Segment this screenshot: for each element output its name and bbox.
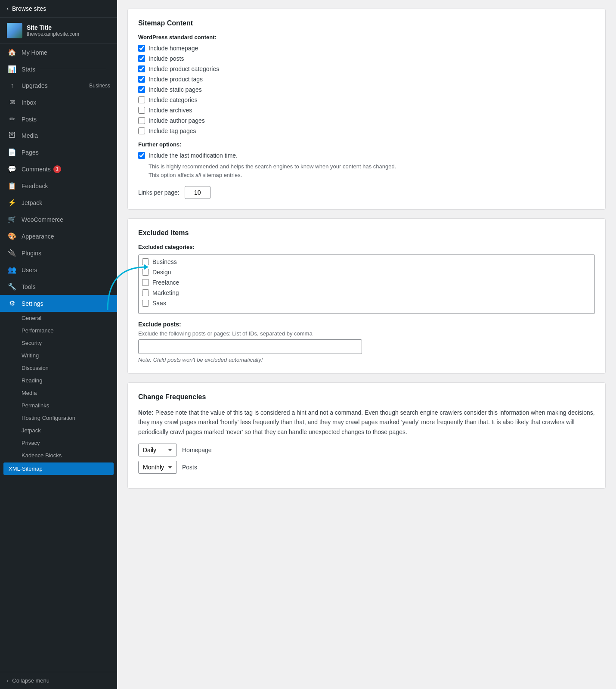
users-icon: 👥 xyxy=(7,266,17,274)
site-info[interactable]: Site Title thewpexamplesite.com xyxy=(0,18,117,44)
cat-saas-label: Saas xyxy=(152,300,166,307)
include-posts-checkbox[interactable] xyxy=(138,55,145,62)
homepage-frequency-select[interactable]: Always Hourly Daily Weekly Monthly Yearl… xyxy=(138,444,177,456)
submenu-item-discussion[interactable]: Discussion xyxy=(0,362,117,374)
sidebar-item-label: Inbox xyxy=(22,99,36,106)
change-frequencies-title: Change Frequencies xyxy=(138,393,595,401)
exclude-posts-input[interactable] xyxy=(138,339,362,354)
include-tag-pages-label: Include tag pages xyxy=(149,127,196,134)
checkbox-include-archives[interactable]: Include archives xyxy=(138,107,595,114)
checkbox-include-product-tags[interactable]: Include product tags xyxy=(138,76,595,83)
include-product-categories-label: Include product categories xyxy=(149,65,219,72)
include-author-pages-checkbox[interactable] xyxy=(138,117,145,124)
sidebar-item-jetpack[interactable]: ⚡ Jetpack xyxy=(0,194,117,211)
comments-badge: 1 xyxy=(53,165,61,173)
settings-icon: ⚙ xyxy=(7,299,17,307)
include-archives-checkbox[interactable] xyxy=(138,107,145,114)
sidebar-item-stats[interactable]: 📊 Stats xyxy=(0,61,117,78)
submenu-item-permalinks[interactable]: Permalinks xyxy=(0,399,117,412)
checkbox-include-author-pages[interactable]: Include author pages xyxy=(138,117,595,124)
checkbox-include-categories[interactable]: Include categories xyxy=(138,96,595,103)
submenu-item-media[interactable]: Media xyxy=(0,387,117,399)
sidebar-item-posts[interactable]: ✏ Posts xyxy=(0,111,117,127)
links-per-page-input[interactable]: 10 xyxy=(185,186,210,199)
cat-design[interactable]: Design xyxy=(142,269,591,276)
collapse-menu-button[interactable]: ‹ Collapse menu xyxy=(0,672,117,689)
posts-freq-label: Posts xyxy=(182,464,197,471)
sidebar-item-feedback[interactable]: 📋 Feedback xyxy=(0,177,117,194)
cat-marketing[interactable]: Marketing xyxy=(142,289,591,296)
frequency-note: Note: Please note that the value of this… xyxy=(138,408,595,437)
sidebar-item-label: Tools xyxy=(22,283,36,290)
cat-marketing-checkbox[interactable] xyxy=(142,289,149,296)
last-modification-checkbox[interactable] xyxy=(138,152,145,159)
sidebar-item-plugins[interactable]: 🔌 Plugins xyxy=(0,245,117,261)
cat-saas[interactable]: Saas xyxy=(142,300,591,307)
include-homepage-checkbox[interactable] xyxy=(138,45,145,52)
include-static-pages-checkbox[interactable] xyxy=(138,86,145,93)
submenu-item-hosting-config[interactable]: Hosting Configuration xyxy=(0,412,117,424)
checkbox-include-homepage[interactable]: Include homepage xyxy=(138,45,595,52)
site-name: Site Title xyxy=(27,24,79,31)
browse-sites-button[interactable]: ‹ Browse sites xyxy=(0,0,117,18)
sidebar-item-label: Plugins xyxy=(22,250,41,257)
sidebar-item-label: Jetpack xyxy=(22,199,42,206)
sidebar-item-inbox[interactable]: ✉ Inbox xyxy=(0,94,117,111)
last-modification-label: Include the last modification time. xyxy=(149,152,238,159)
submenu-item-reading[interactable]: Reading xyxy=(0,374,117,387)
cat-saas-checkbox[interactable] xyxy=(142,300,149,307)
include-tag-pages-checkbox[interactable] xyxy=(138,127,145,134)
sidebar-item-tools[interactable]: 🔧 Tools xyxy=(0,278,117,295)
media-icon: 🖼 xyxy=(7,132,17,140)
posts-frequency-row: Always Hourly Daily Weekly Monthly Yearl… xyxy=(138,461,595,474)
cat-design-checkbox[interactable] xyxy=(142,269,149,276)
include-product-tags-checkbox[interactable] xyxy=(138,76,145,83)
further-options-label: Further options: xyxy=(138,141,595,148)
checkbox-include-product-categories[interactable]: Include product categories xyxy=(138,65,595,72)
posts-frequency-select[interactable]: Always Hourly Daily Weekly Monthly Yearl… xyxy=(138,461,177,474)
cat-freelance[interactable]: Freelance xyxy=(142,279,591,286)
sidebar-item-users[interactable]: 👥 Users xyxy=(0,261,117,278)
submenu-item-kadence-blocks[interactable]: Kadence Blocks xyxy=(0,449,117,462)
cat-business[interactable]: Business xyxy=(142,258,591,265)
site-url: thewpexamplesite.com xyxy=(27,31,79,37)
change-frequencies-card: Change Frequencies Note: Please note tha… xyxy=(127,382,606,489)
include-author-pages-label: Include author pages xyxy=(149,117,205,124)
sidebar-item-label: Settings xyxy=(22,300,43,307)
categories-listbox[interactable]: Business Design Freelance Marketing Saas xyxy=(138,254,595,314)
submenu-item-performance[interactable]: Performance xyxy=(0,324,117,337)
sidebar-item-woocommerce[interactable]: 🛒 WooCommerce xyxy=(0,211,117,228)
collapse-menu-label: Collapse menu xyxy=(12,677,50,684)
include-product-categories-checkbox[interactable] xyxy=(138,65,145,72)
sidebar-item-my-home[interactable]: 🏠 My Home xyxy=(0,44,117,61)
include-categories-checkbox[interactable] xyxy=(138,96,145,103)
cat-business-checkbox[interactable] xyxy=(142,258,149,265)
sidebar-item-label: Pages xyxy=(22,149,39,156)
cat-freelance-checkbox[interactable] xyxy=(142,279,149,286)
sidebar-item-pages[interactable]: 📄 Pages xyxy=(0,144,117,161)
links-per-page-label: Links per page: xyxy=(138,189,180,196)
submenu-item-privacy[interactable]: Privacy xyxy=(0,437,117,449)
homepage-frequency-row: Always Hourly Daily Weekly Monthly Yearl… xyxy=(138,444,595,456)
submenu-item-xml-sitemap[interactable]: XML-Sitemap xyxy=(3,462,114,475)
sidebar-item-media[interactable]: 🖼 Media xyxy=(0,127,117,144)
submenu-item-security[interactable]: Security xyxy=(0,337,117,349)
stats-icon: 📊 xyxy=(7,65,17,73)
submenu-item-jetpack[interactable]: Jetpack xyxy=(0,424,117,437)
sidebar-item-appearance[interactable]: 🎨 Appearance xyxy=(0,228,117,245)
sidebar-item-comments[interactable]: 💬 Comments 1 xyxy=(0,161,117,177)
links-per-page-row: Links per page: 10 xyxy=(138,186,595,199)
sidebar-item-settings[interactable]: ⚙ Settings xyxy=(0,295,117,312)
submenu-item-general[interactable]: General xyxy=(0,312,117,324)
further-note-line1: This is highly recommended and helps the… xyxy=(149,162,595,179)
submenu-item-writing[interactable]: Writing xyxy=(0,349,117,362)
sidebar-item-upgrades[interactable]: ↑ Upgrades Business xyxy=(0,78,117,94)
checkbox-include-static-pages[interactable]: Include static pages xyxy=(138,86,595,93)
checkbox-last-modification[interactable]: Include the last modification time. xyxy=(138,152,595,159)
appearance-icon: 🎨 xyxy=(7,232,17,240)
upgrades-badge: Business xyxy=(89,83,110,89)
checkbox-include-posts[interactable]: Include posts xyxy=(138,55,595,62)
checkbox-include-tag-pages[interactable]: Include tag pages xyxy=(138,127,595,134)
woocommerce-icon: 🛒 xyxy=(7,215,17,223)
sidebar-item-label: Upgrades xyxy=(22,82,48,89)
